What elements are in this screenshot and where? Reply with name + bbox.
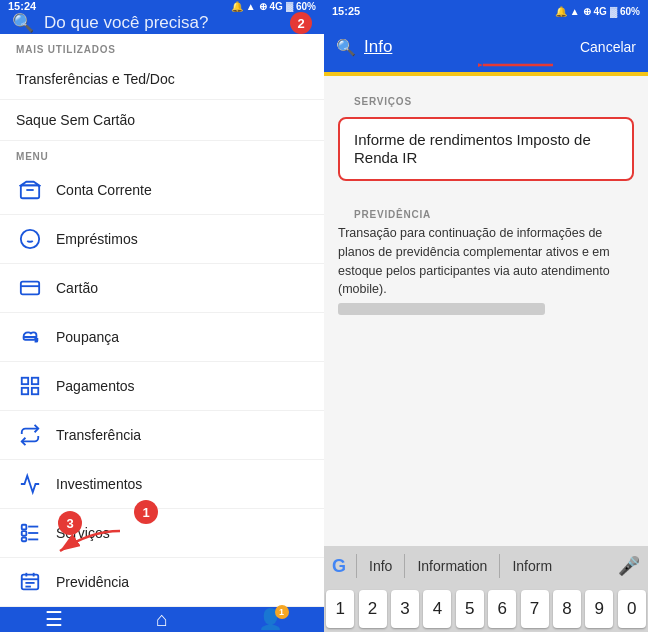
nav-home[interactable]: ⌂ Home — [132, 608, 192, 633]
menu-item-pagamentos[interactable]: Pagamentos — [0, 362, 324, 411]
key-4[interactable]: 4 — [423, 590, 451, 628]
conta-corrente-label: Conta Corrente — [56, 182, 152, 198]
menu-item-previdencia[interactable]: Previdência — [0, 558, 324, 607]
conta-corrente-icon — [16, 176, 44, 204]
svg-rect-0 — [21, 185, 39, 198]
svg-rect-11 — [22, 538, 27, 542]
suggestion-inform[interactable]: Inform — [504, 554, 560, 578]
svg-rect-6 — [32, 378, 38, 384]
cancel-button[interactable]: Cancelar — [580, 39, 636, 55]
pagamentos-icon — [16, 372, 44, 400]
svg-rect-8 — [32, 388, 38, 394]
menu-item-investimentos[interactable]: Investimentos — [0, 460, 324, 509]
previdencia-section: PREVIDÊNCIA Transação para continuação d… — [324, 199, 648, 315]
transferencia-label: Transferência — [56, 427, 141, 443]
signal-icon: ▲ — [246, 1, 256, 12]
perfil-badge: 1 — [275, 605, 289, 619]
previdencia-section-label: PREVIDÊNCIA — [338, 199, 634, 224]
network-icon: 4G — [270, 1, 283, 12]
item-saque[interactable]: Saque Sem Cartão — [0, 100, 324, 141]
notification-icon: 🔔 — [231, 1, 243, 12]
left-status-icons: 🔔 ▲ ⊕ 4G ▓ 60% — [231, 1, 316, 12]
right-status-bar: 15:25 🔔 ▲ ⊕ 4G ▓ 60% — [324, 0, 648, 22]
service-card-informe[interactable]: Informe de rendimentos Imposto de Renda … — [338, 117, 634, 181]
step-badge-3: 3 — [58, 511, 82, 535]
blurred-text — [338, 303, 545, 315]
emprestimos-label: Empréstimos — [56, 231, 138, 247]
left-time: 15:24 — [8, 0, 36, 12]
menu-item-cartao[interactable]: Cartão — [0, 264, 324, 313]
service-card-text: Informe de rendimentos Imposto de Renda … — [354, 131, 591, 166]
key-6[interactable]: 6 — [488, 590, 516, 628]
nav-perfil[interactable]: 👤 1 Perfil — [240, 607, 300, 632]
services-label: SERVIÇOS — [338, 86, 634, 111]
item-transferencias[interactable]: Transferências e Ted/Doc — [0, 59, 324, 100]
key-1[interactable]: 1 — [326, 590, 354, 628]
svg-rect-9 — [22, 525, 27, 530]
previdencia-icon — [16, 568, 44, 596]
suggestion-separator-1 — [356, 554, 357, 578]
key-7[interactable]: 7 — [521, 590, 549, 628]
poupanca-label: Poupança — [56, 329, 119, 345]
search-icon: 🔍 — [12, 12, 34, 34]
bottom-nav: ☰ Menu ⌂ Home 👤 1 Perfil — [0, 607, 324, 632]
right-search-bar[interactable]: 🔍 Info Cancelar — [324, 22, 648, 72]
nav-menu[interactable]: ☰ Menu — [24, 607, 84, 632]
spacer — [324, 315, 648, 546]
left-search-bar: 🔍 2 — [0, 12, 324, 34]
menu-item-poupanca[interactable]: Poupança — [0, 313, 324, 362]
svg-rect-5 — [22, 378, 28, 384]
home-icon-nav: ⌂ — [156, 608, 168, 631]
cartao-icon — [16, 274, 44, 302]
svg-rect-3 — [21, 282, 39, 295]
key-2[interactable]: 2 — [359, 590, 387, 628]
investimentos-label: Investimentos — [56, 476, 142, 492]
key-8[interactable]: 8 — [553, 590, 581, 628]
mic-icon[interactable]: 🎤 — [618, 555, 640, 577]
search-badge: 2 — [290, 12, 312, 34]
previdencia-description: Transação para continuação de informaçõe… — [338, 224, 634, 315]
transferencia-icon — [16, 421, 44, 449]
key-5[interactable]: 5 — [456, 590, 484, 628]
perfil-icon-nav: 👤 1 — [258, 607, 283, 631]
key-9[interactable]: 9 — [585, 590, 613, 628]
right-signal-icon: ▲ — [570, 6, 580, 17]
battery-icon: ▓ 60% — [286, 1, 316, 12]
right-network-icon: 4G — [594, 6, 607, 17]
keyboard-suggestions-row: G Info Information Inform 🎤 — [324, 546, 648, 586]
left-status-bar: 15:24 🔔 ▲ ⊕ 4G ▓ 60% — [0, 0, 324, 12]
right-status-icons: 🔔 ▲ ⊕ 4G ▓ 60% — [555, 6, 640, 17]
google-logo: G — [332, 556, 346, 577]
cartao-label: Cartão — [56, 280, 98, 296]
svg-rect-7 — [22, 388, 28, 394]
poupanca-icon — [16, 323, 44, 351]
svg-rect-10 — [22, 531, 27, 536]
right-wifi-icon: ⊕ — [583, 6, 591, 17]
right-battery-icon: ▓ 60% — [610, 6, 640, 17]
menu-item-servicos[interactable]: Serviços 3 — [0, 509, 324, 558]
key-3[interactable]: 3 — [391, 590, 419, 628]
menu-item-emprestimos[interactable]: Empréstimos — [0, 215, 324, 264]
right-panel: 15:25 🔔 ▲ ⊕ 4G ▓ 60% 🔍 Info Cancelar SER… — [324, 0, 648, 632]
left-panel: 15:24 🔔 ▲ ⊕ 4G ▓ 60% 🔍 2 MAIS UTILIZADOS… — [0, 0, 324, 632]
right-search-query[interactable]: Info — [364, 37, 572, 57]
pagamentos-label: Pagamentos — [56, 378, 135, 394]
search-input[interactable] — [44, 13, 280, 33]
right-search-icon: 🔍 — [336, 38, 356, 57]
key-0[interactable]: 0 — [618, 590, 646, 628]
wifi-icon: ⊕ — [259, 1, 267, 12]
suggestion-information[interactable]: Information — [409, 554, 495, 578]
suggestion-separator-3 — [499, 554, 500, 578]
investimentos-icon — [16, 470, 44, 498]
keyboard-number-row: 1 2 3 4 5 6 7 8 9 0 — [324, 586, 648, 632]
menu-item-transferencia[interactable]: Transferência — [0, 411, 324, 460]
menu-icon-nav: ☰ — [45, 607, 63, 631]
right-time: 15:25 — [332, 5, 360, 17]
services-section: SERVIÇOS Informe de rendimentos Imposto … — [324, 76, 648, 191]
servicos-icon — [16, 519, 44, 547]
menu-item-conta-corrente[interactable]: Conta Corrente — [0, 166, 324, 215]
emprestimos-icon — [16, 225, 44, 253]
previdencia-label: Previdência — [56, 574, 129, 590]
mais-utilizados-label: MAIS UTILIZADOS — [0, 34, 324, 59]
suggestion-info[interactable]: Info — [361, 554, 400, 578]
